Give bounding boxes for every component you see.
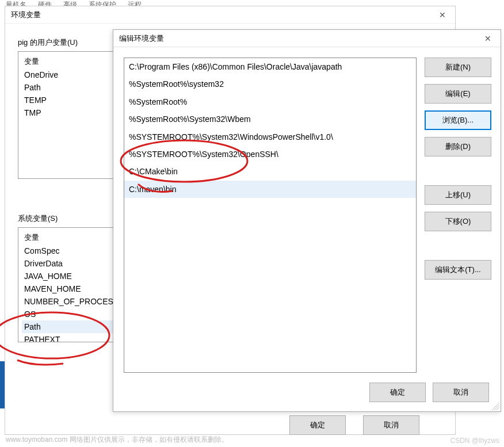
dialog-titlebar[interactable]: 编辑环境变量 ✕ (113, 30, 501, 47)
edit-dialog-buttons: 确定 取消 (369, 383, 489, 402)
close-icon[interactable]: ✕ (436, 6, 449, 24)
window-edge (0, 361, 5, 408)
watermark-left: www.toymoban.com 网络图片仅供展示，非存储，如有侵权请联系删除。 (6, 435, 228, 445)
tab: 远程 (128, 0, 142, 6)
top-tab-strip: 量机名 硬件 高级 系统保护 远程 (0, 0, 504, 6)
edit-text-button[interactable]: 编辑文本(T)... (425, 260, 491, 280)
edit-button[interactable]: 编辑(E) (425, 84, 491, 104)
dialog-title: 环境变量 (11, 6, 41, 24)
path-item[interactable]: %SYSTEMROOT%\System32\OpenSSH\ (124, 146, 416, 163)
button-column: 新建(N) 编辑(E) 浏览(B)... 删除(D) 上移(U) 下移(O) 编… (425, 58, 491, 403)
ok-button[interactable]: 确定 (289, 415, 346, 435)
dialog-title: 编辑环境变量 (119, 30, 164, 47)
path-item[interactable]: %SystemRoot% (124, 93, 416, 110)
edit-dialog-body: C:\Program Files (x86)\Common Files\Orac… (113, 47, 501, 411)
edit-env-var-dialog: 编辑环境变量 ✕ C:\Program Files (x86)\Common F… (113, 29, 501, 412)
move-up-button[interactable]: 上移(U) (425, 185, 491, 205)
close-icon[interactable]: ✕ (481, 30, 495, 47)
cancel-button[interactable]: 取消 (363, 415, 419, 435)
delete-button[interactable]: 删除(D) (425, 137, 491, 156)
tab: 量机名 (6, 0, 26, 6)
tab: 高级 (63, 0, 77, 6)
dialog-titlebar[interactable]: 环境变量 ✕ (5, 6, 455, 24)
tab: 硬件 (38, 0, 52, 6)
path-item[interactable]: %SystemRoot%\system32 (124, 75, 416, 93)
ok-button[interactable]: 确定 (369, 383, 426, 402)
path-item[interactable]: C:\maven\bin (124, 181, 416, 198)
tab: 系统保护 (89, 0, 116, 6)
watermark-right: CSDN @lhyzws (450, 437, 499, 445)
spacer (425, 163, 491, 178)
move-down-button[interactable]: 下移(O) (425, 212, 491, 231)
path-item[interactable]: C:\CMake\bin (124, 163, 416, 180)
path-item[interactable]: %SystemRoot%\System32\Wbem (124, 110, 416, 128)
cancel-button[interactable]: 取消 (433, 383, 489, 402)
path-item[interactable]: C:\Program Files (x86)\Common Files\Orac… (124, 58, 416, 75)
spacer (425, 238, 491, 253)
browse-button[interactable]: 浏览(B)... (425, 110, 491, 130)
parent-dialog-buttons: 确定 取消 (289, 415, 419, 435)
path-item[interactable]: %SYSTEMROOT%\System32\WindowsPowerShell\… (124, 128, 416, 146)
new-button[interactable]: 新建(N) (425, 58, 491, 77)
resize-grip-icon[interactable] (491, 402, 499, 410)
path-listbox[interactable]: C:\Program Files (x86)\Common Files\Orac… (124, 58, 417, 373)
